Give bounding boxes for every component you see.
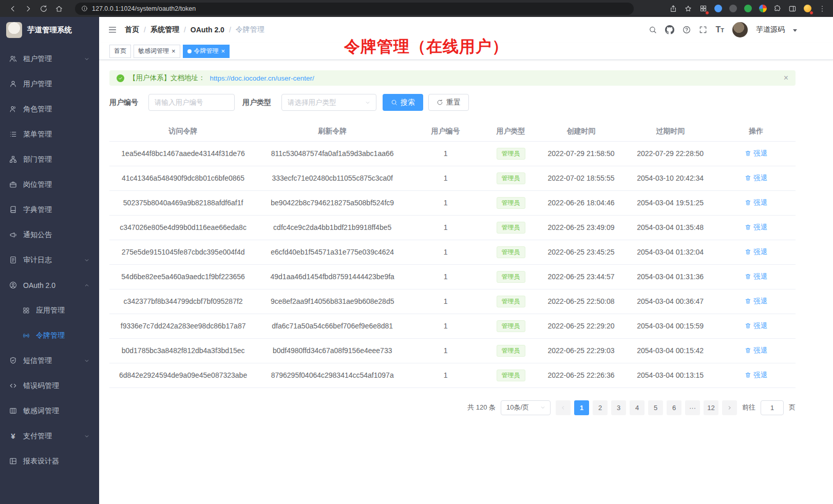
sidebar-item-oauth[interactable]: OAuth 2.0 (0, 273, 99, 298)
alert-text: 【用户体系】文档地址： (129, 73, 205, 83)
breadcrumb-home[interactable]: 首页 (125, 25, 139, 34)
sidebar-item-audit-log[interactable]: 审计日志 (0, 247, 99, 273)
prev-page-button[interactable] (556, 400, 571, 415)
page-button[interactable]: 3 (611, 400, 626, 415)
help-button[interactable] (683, 26, 691, 34)
browser-forward-button[interactable] (22, 3, 35, 15)
force-logout-button[interactable]: 强退 (745, 198, 767, 207)
alert-close-icon[interactable]: × (784, 73, 788, 83)
sidebar-item-role[interactable]: 角色管理 (0, 96, 99, 122)
font-size-button[interactable]: TT (715, 26, 724, 34)
tab-sensitive-words[interactable]: 敏感词管理 × (134, 45, 180, 58)
search-button[interactable]: 搜索 (383, 94, 423, 111)
sidebar-item-payment[interactable]: ¥ 支付管理 (0, 423, 99, 449)
sidebar-item-sms[interactable]: 短信管理 (0, 348, 99, 373)
force-logout-button[interactable]: 强退 (745, 371, 767, 380)
refresh-token-cell: cdfc4ce9c2da4bb1bdf21b9918ff4be5 (257, 215, 408, 240)
user-circle-icon (9, 281, 17, 289)
force-logout-button[interactable]: 强退 (745, 272, 767, 281)
expire-time-cell: 2054-03-04 01:35:48 (624, 215, 716, 240)
sidebar-item-dict[interactable]: 字典管理 (0, 197, 99, 222)
sidebar-item-report-designer[interactable]: 报表设计器 (0, 449, 99, 474)
close-icon[interactable]: × (172, 48, 176, 54)
force-logout-button[interactable]: 强退 (745, 173, 767, 183)
reset-icon (437, 99, 443, 106)
sidebar: 芋道管理系统 租户管理 用户管理 角色管理 菜单管理 部门管理 (0, 17, 99, 504)
page-button[interactable]: 12 (704, 400, 718, 415)
sidebar-item-token-management[interactable]: 令牌管理 (0, 323, 99, 348)
doc-link[interactable]: https://doc.iocoder.cn/user-center/ (210, 74, 314, 82)
user-menu-caret-icon[interactable] (793, 29, 797, 32)
browser-menu-button[interactable] (818, 4, 827, 13)
page-size-select[interactable]: 10条/页 (501, 400, 551, 415)
sidebar-item-notice[interactable]: 通知公告 (0, 222, 99, 247)
close-icon[interactable]: × (221, 48, 225, 54)
force-logout-button[interactable]: 强退 (745, 297, 767, 306)
forward-icon (24, 5, 32, 13)
sidebar-item-sensitive-words[interactable]: 敏感词管理 (0, 398, 99, 423)
app-frame: 芋道管理系统 租户管理 用户管理 角色管理 菜单管理 部门管理 (0, 17, 833, 504)
extension-blue-button[interactable] (713, 4, 723, 13)
page-button[interactable]: 2 (593, 400, 608, 415)
table-row: 6d842e2924594de9a09e45e087323abe 8796295… (109, 363, 796, 387)
force-logout-button[interactable]: 强退 (745, 247, 767, 257)
force-logout-button[interactable]: 强退 (745, 321, 767, 331)
more-pages-button[interactable]: ··· (685, 400, 700, 415)
header-search-button[interactable] (649, 26, 657, 34)
sidebar-item-user[interactable]: 用户管理 (0, 71, 99, 96)
extension-wheel-button[interactable] (758, 4, 767, 13)
sidebar-item-error-code[interactable]: 错误码管理 (0, 373, 99, 398)
columns-icon (9, 407, 17, 415)
chevron-down-icon (365, 100, 371, 106)
goto-page-input[interactable] (761, 400, 784, 415)
page-button[interactable]: 5 (648, 400, 663, 415)
page-button[interactable]: 1 (574, 400, 589, 415)
browser-refresh-button[interactable] (37, 3, 50, 15)
extension-grid-button[interactable] (698, 4, 708, 13)
extension-green-button[interactable] (743, 4, 752, 13)
address-bar[interactable]: 127.0.0.1:1024/system/oauth2/token (75, 3, 634, 15)
page-button[interactable]: 4 (630, 400, 645, 415)
sidebar-toggle[interactable] (108, 25, 117, 34)
username[interactable]: 芋道源码 (756, 25, 785, 34)
sidebar-item-tenant[interactable]: 租户管理 (0, 46, 99, 71)
browser-home-button[interactable] (52, 3, 66, 15)
refresh-icon (40, 5, 48, 13)
force-logout-button[interactable]: 强退 (745, 149, 767, 158)
tab-home[interactable]: 首页 (109, 45, 131, 58)
sidebar-item-dept[interactable]: 部门管理 (0, 147, 99, 172)
tab-token-management[interactable]: 令牌管理 × (183, 45, 230, 58)
user-type-select[interactable]: 请选择用户类型 (281, 94, 376, 111)
github-link[interactable] (665, 25, 674, 34)
sidebar-item-post[interactable]: 岗位管理 (0, 172, 99, 197)
breadcrumb-system[interactable]: 系统管理 (150, 25, 179, 34)
page-button[interactable]: 6 (667, 400, 681, 415)
sidebar-item-menu[interactable]: 菜单管理 (0, 122, 99, 147)
extension-dark-button[interactable] (728, 4, 737, 13)
sidebar-item-app-management[interactable]: 应用管理 (0, 298, 99, 323)
user-id-input[interactable] (148, 94, 235, 111)
force-logout-button[interactable]: 强退 (745, 346, 767, 355)
user-id-cell: 1 (408, 215, 483, 240)
fullscreen-button[interactable] (699, 26, 707, 34)
sidebar-item-label: 敏感词管理 (23, 406, 59, 416)
actions-cell: 强退 (716, 289, 796, 314)
bookmark-button[interactable] (684, 4, 693, 13)
user-avatar[interactable] (732, 22, 748, 37)
reset-button[interactable]: 重置 (428, 94, 469, 111)
sidebar-panel-button[interactable] (788, 4, 797, 13)
user-id-cell: 1 (408, 141, 483, 166)
browser-back-button[interactable] (6, 3, 20, 15)
profile-button[interactable] (803, 4, 812, 13)
refresh-token-cell: 8796295f04064c2983414cc54af1097a (257, 363, 408, 387)
breadcrumb-oauth[interactable]: OAuth 2.0 (191, 26, 224, 34)
extensions-menu-button[interactable] (773, 4, 782, 13)
share-button[interactable] (669, 4, 678, 13)
expire-time-cell: 2054-03-04 00:15:59 (624, 314, 716, 338)
user-type-badge: 管理员 (497, 148, 525, 160)
force-logout-button[interactable]: 强退 (745, 223, 767, 232)
breadcrumb-current: 令牌管理 (236, 25, 264, 34)
user-type-cell: 管理员 (483, 190, 538, 215)
next-page-button[interactable] (722, 400, 737, 415)
app-logo[interactable]: 芋道管理系统 (0, 17, 99, 43)
